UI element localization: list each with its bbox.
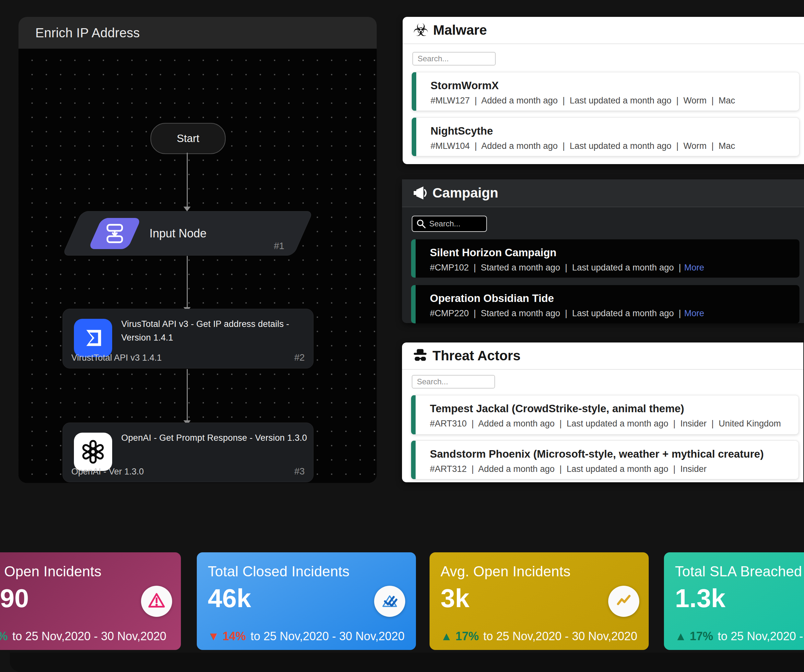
malware-item-name: StormWormX <box>431 80 498 92</box>
stat-title: Total Closed Incidents <box>208 563 350 580</box>
campaign-list-item[interactable]: Operation Obsidian Tide #CMP220 | Starte… <box>411 285 799 323</box>
malware-item-meta: #MLW104 | Added a month ago | Last updat… <box>431 141 735 151</box>
connector-line <box>187 153 188 207</box>
campaign-item-meta: #CMP220 | Started a month ago | Last upd… <box>430 309 704 319</box>
openai-icon <box>74 433 112 471</box>
double-check-icon <box>380 591 399 612</box>
stat-card-avg-open-incidents: Avg. Open Incidents 3k ▲ 17%to 25 Nov,20… <box>430 552 649 650</box>
dashboard-page: Enrich IP Address Start <box>0 0 804 672</box>
stat-title: Avg. Open Incidents <box>441 563 570 580</box>
virustotal-node[interactable]: VirusTotal API v3 - Get IP address detai… <box>62 309 314 368</box>
check-circle-badge <box>374 586 405 617</box>
malware-list-item[interactable]: StormWormX #MLW127 | Added a month ago |… <box>412 72 799 111</box>
campaign-item-meta: #CMP102 | Started a month ago | Last upd… <box>430 263 704 273</box>
campaign-search-input[interactable] <box>428 219 482 229</box>
workflow-canvas[interactable]: Start Input Node <box>18 49 377 483</box>
spy-icon <box>411 347 429 364</box>
connector-arrow-icon <box>183 207 191 211</box>
malware-item-meta: #MLW127 | Added a month ago | Last updat… <box>431 96 735 106</box>
more-link[interactable]: More <box>685 309 704 318</box>
stat-period-row: ▲ 17%to 25 Nov,2020 - 30 Nov,2020 <box>441 629 637 643</box>
threat-actor-meta: #ART310 | Added a month ago | Last updat… <box>430 419 781 429</box>
campaign-panel: Campaign Silent Horizon Campaign #CMP102… <box>402 179 804 323</box>
threat-actor-name: Tempest Jackal (CrowdStrike-style, anima… <box>430 402 684 415</box>
stat-title: Total SLA Breached <box>675 563 802 580</box>
threat-actors-search-input[interactable] <box>412 375 495 389</box>
malware-search-input[interactable] <box>412 52 496 65</box>
stat-period-row: ▼ 14%to 25 Nov,2020 - 30 Nov,2020 <box>208 629 405 643</box>
stat-period: to 25 Nov,2020 - 30 Nov,2020 <box>12 629 166 643</box>
search-icon <box>416 219 426 229</box>
input-node-title: Input Node <box>149 227 206 240</box>
input-node-index: #1 <box>274 240 284 251</box>
malware-list-item[interactable]: NightScythe #MLW104 | Added a month ago … <box>412 118 799 156</box>
more-link[interactable]: More <box>685 263 704 272</box>
stat-period: to 25 Nov,2020 - 30 Nov,2020 <box>484 629 637 643</box>
workflow-panel: Enrich IP Address Start <box>18 17 377 483</box>
stat-trend-up: ▲ 17% <box>675 629 713 643</box>
stat-card-total-closed-incidents: Total Closed Incidents 46k ▼ 14%to 25 No… <box>197 552 416 650</box>
megaphone-icon <box>411 185 429 201</box>
workflow-header: Enrich IP Address <box>18 17 377 49</box>
campaign-panel-header: Campaign <box>402 179 804 207</box>
campaign-item-name: Silent Horizon Campaign <box>430 247 557 259</box>
stat-value: 46k <box>208 584 251 613</box>
threat-actors-panel-header: Threat Actors <box>402 342 803 370</box>
stat-value: 90 <box>0 584 29 613</box>
stat-value: 3k <box>441 584 469 613</box>
stat-period: to 25 Nov,2020 - 30 Nov,2020 <box>251 629 405 643</box>
workflow-title: Enrich IP Address <box>35 26 140 40</box>
threat-actor-name: Sandstorm Phoenix (Microsoft-style, weat… <box>430 448 764 460</box>
warning-triangle-icon <box>147 591 166 612</box>
stat-card-total-sla-breached: Total SLA Breached 1.3k ▲ 17%to 25 Nov,2… <box>664 552 804 650</box>
threat-actor-list-item[interactable]: Tempest Jackal (CrowdStrike-style, anima… <box>411 395 799 435</box>
virustotal-node-index: #2 <box>294 352 305 363</box>
virustotal-icon <box>74 319 112 357</box>
stat-value: 1.3k <box>675 584 726 613</box>
connector-line <box>187 256 188 308</box>
threat-actor-meta: #ART312 | Added a month ago | Last updat… <box>430 464 707 474</box>
threat-actor-list-item[interactable]: Sandstorm Phoenix (Microsoft-style, weat… <box>411 440 799 479</box>
malware-panel: ☣ Malware StormWormX #MLW127 | Added a m… <box>403 17 804 164</box>
trend-circle-badge <box>608 586 639 617</box>
openai-node-title: OpenAI - Get Prompt Response - Version 1… <box>121 432 316 445</box>
stat-period: to 25 Nov,2020 - 30 Nov,2020 <box>718 629 804 643</box>
biohazard-icon: ☣ <box>412 21 430 39</box>
virustotal-node-subtitle: VirustTotal API v3 1.4.1 <box>71 353 162 363</box>
warning-circle-badge <box>141 586 172 617</box>
openai-node-index: #3 <box>294 466 305 477</box>
threat-actors-panel-title: Threat Actors <box>433 348 521 363</box>
threat-actors-panel: Threat Actors Tempest Jackal (CrowdStrik… <box>402 342 803 482</box>
malware-item-name: NightScythe <box>431 125 493 137</box>
start-node-label: Start <box>176 132 199 145</box>
stat-trend: % <box>0 629 8 643</box>
stat-trend-down: ▼ 14% <box>208 629 246 643</box>
campaign-search-box[interactable] <box>412 216 487 232</box>
input-node[interactable]: Input Node #1 <box>62 211 314 255</box>
stat-trend-up: ▲ 17% <box>441 629 479 643</box>
input-node-icon <box>104 223 126 244</box>
input-node-badge <box>88 218 142 249</box>
malware-panel-header: ☣ Malware <box>403 17 804 44</box>
stat-period-row: ▲ 17%to 25 Nov,2020 - 30 Nov,2020 <box>675 629 804 643</box>
campaign-list-item[interactable]: Silent Horizon Campaign #CMP102 | Starte… <box>411 239 799 278</box>
stat-period-row: %to 25 Nov,2020 - 30 Nov,2020 <box>0 629 166 643</box>
virustotal-node-title: VirusTotal API v3 - Get IP address detai… <box>121 317 316 345</box>
bottom-strip <box>10 652 804 672</box>
trend-zigzag-icon <box>614 591 633 612</box>
stat-card-open-incidents: Open Incidents 90 %to 25 Nov,2020 - 30 N… <box>0 552 181 650</box>
stat-title: Open Incidents <box>4 563 101 580</box>
campaign-panel-title: Campaign <box>433 185 498 201</box>
start-node[interactable]: Start <box>150 123 226 154</box>
campaign-item-name: Operation Obsidian Tide <box>430 292 554 304</box>
openai-node[interactable]: OpenAI - Get Prompt Response - Version 1… <box>62 423 314 482</box>
connector-line <box>187 369 188 421</box>
malware-panel-title: Malware <box>433 22 487 38</box>
openai-node-subtitle: OpenAI - Ver 1.3.0 <box>71 467 144 477</box>
